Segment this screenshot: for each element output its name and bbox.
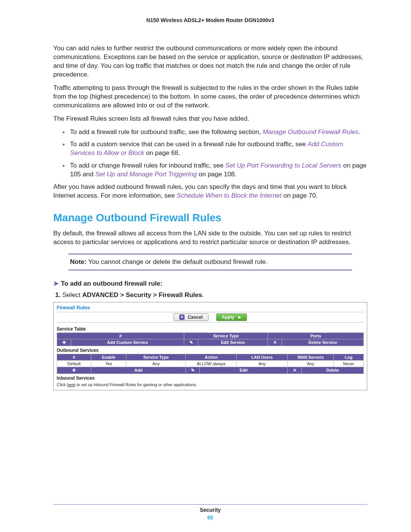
- cell: Any: [288, 360, 334, 367]
- text-bold: ADVANCED > Security > Firewall Rules: [82, 291, 202, 299]
- close-icon[interactable]: ✕: [268, 339, 282, 346]
- page-footer: Security 65: [53, 504, 367, 521]
- service-table: # Service Type Ports ✚ Add Custom Servic…: [57, 332, 364, 346]
- col-header: #: [57, 354, 91, 360]
- col-header: Log: [334, 354, 364, 360]
- plus-icon[interactable]: ✚: [57, 339, 71, 346]
- note-text: You cannot change or delete the default …: [86, 258, 267, 265]
- paragraph: The Firewall Rules screen lists all fire…: [53, 115, 367, 123]
- text: on page 108.: [197, 171, 236, 178]
- link-schedule-block[interactable]: Schedule When to Block the Internet: [177, 192, 282, 199]
- plus-icon[interactable]: ✚: [57, 367, 91, 374]
- bullet-list: To add a firewall rule for outbound traf…: [53, 128, 367, 179]
- col-header: WAN Servers: [288, 354, 334, 360]
- cell: Any: [237, 360, 288, 367]
- button-label: Apply: [222, 315, 234, 320]
- button-label: Cancel: [188, 315, 202, 320]
- close-icon: ✕: [179, 315, 185, 320]
- cell: Never: [334, 360, 364, 367]
- ui-panel-title: Firewall Rules: [57, 305, 364, 310]
- table-row[interactable]: Default Yes Any ALLOW always Any Any Nev…: [57, 360, 364, 367]
- col-header: Service Type: [184, 332, 268, 339]
- edit-button[interactable]: Edit: [200, 367, 288, 374]
- link-here[interactable]: here: [67, 382, 75, 387]
- cell: Default: [57, 360, 91, 367]
- list-item: To add a firewall rule for outbound traf…: [53, 128, 367, 137]
- text: to set up inbound Firewall Rules for gam…: [75, 382, 197, 387]
- col-header: LAN Users: [237, 354, 288, 360]
- delete-button[interactable]: Delete: [302, 367, 364, 374]
- paragraph: After you have added outbound firewall r…: [53, 183, 367, 200]
- footer-page-number: 65: [53, 514, 367, 521]
- apply-button[interactable]: Apply▶: [216, 313, 247, 321]
- add-button[interactable]: Add: [91, 367, 185, 374]
- cancel-button[interactable]: ✕Cancel: [174, 313, 208, 321]
- outbound-services-table: # Enable Service Type Action LAN Users W…: [57, 354, 364, 374]
- col-header: Enable: [91, 354, 126, 360]
- delete-service-button[interactable]: Delete Service: [282, 339, 364, 346]
- proc-heading-text: To add an outbound firewall rule:: [61, 280, 162, 287]
- cell: ALLOW always: [186, 360, 237, 367]
- list-item: To add a custom service that can be used…: [53, 140, 367, 158]
- procedure-heading: ➤To add an outbound firewall rule:: [53, 280, 367, 288]
- add-custom-service-button[interactable]: Add Custom Service: [71, 339, 184, 346]
- text: To add a custom service that can be used…: [70, 141, 307, 148]
- section-heading-manage-outbound: Manage Outbound Firewall Rules: [53, 212, 367, 224]
- note-block: Note: You cannot change or delete the de…: [68, 254, 352, 270]
- arrow-icon: ▶: [238, 315, 241, 319]
- cell: Yes: [91, 360, 126, 367]
- text: To add a firewall rule for outbound traf…: [70, 128, 263, 136]
- cell: Any: [126, 360, 186, 367]
- col-header: Action: [186, 354, 237, 360]
- paragraph: You can add rules to further restrict th…: [53, 44, 367, 79]
- link-manage-outbound[interactable]: Manage Outbound Firewall Rules: [263, 128, 358, 136]
- col-header: Service Type: [126, 354, 186, 360]
- inbound-note: Click here to set up inbound Firewall Ru…: [57, 382, 364, 387]
- text: .: [202, 291, 204, 299]
- paragraph: Traffic attempting to pass through the f…: [53, 84, 367, 110]
- text: Select: [62, 291, 82, 299]
- text: To add or change firewall rules for inbo…: [70, 162, 225, 169]
- step-item: Select ADVANCED > Security > Firewall Ru…: [62, 291, 367, 299]
- edit-icon[interactable]: ✎: [186, 367, 200, 374]
- link-port-forwarding[interactable]: Set Up Port Forwarding to Local Servers: [225, 162, 341, 169]
- doc-title: N150 Wireless ADSL2+ Modem Router DGN100…: [53, 17, 367, 23]
- triangle-icon: ➤: [53, 280, 59, 287]
- link-port-triggering[interactable]: Set Up and Manage Port Triggering: [95, 171, 197, 178]
- firewall-rules-screenshot: Firewall Rules ✕Cancel Apply▶ Service Ta…: [53, 302, 367, 390]
- ui-button-row: ✕Cancel Apply▶: [57, 312, 364, 323]
- text: on page 68.: [144, 149, 180, 157]
- step-list: Select ADVANCED > Security > Firewall Ru…: [62, 291, 367, 299]
- edit-icon[interactable]: ✎: [184, 339, 198, 346]
- text: Click: [57, 382, 67, 387]
- col-header: Ports: [268, 332, 364, 339]
- note-label: Note:: [70, 258, 86, 265]
- outbound-services-label: Outbound Services: [57, 348, 364, 353]
- list-item: To add or change firewall rules for inbo…: [53, 161, 367, 179]
- close-icon[interactable]: ✕: [288, 367, 302, 374]
- edit-service-button[interactable]: Edit Service: [198, 339, 268, 346]
- footer-section: Security: [53, 507, 367, 513]
- inbound-services-label: Inbound Services: [57, 375, 364, 381]
- paragraph: By default, the firewall allows all acce…: [53, 229, 367, 247]
- col-header: #: [57, 332, 184, 339]
- service-table-label: Service Table: [57, 326, 364, 332]
- text: .: [359, 128, 361, 136]
- text: on page 70.: [282, 192, 318, 199]
